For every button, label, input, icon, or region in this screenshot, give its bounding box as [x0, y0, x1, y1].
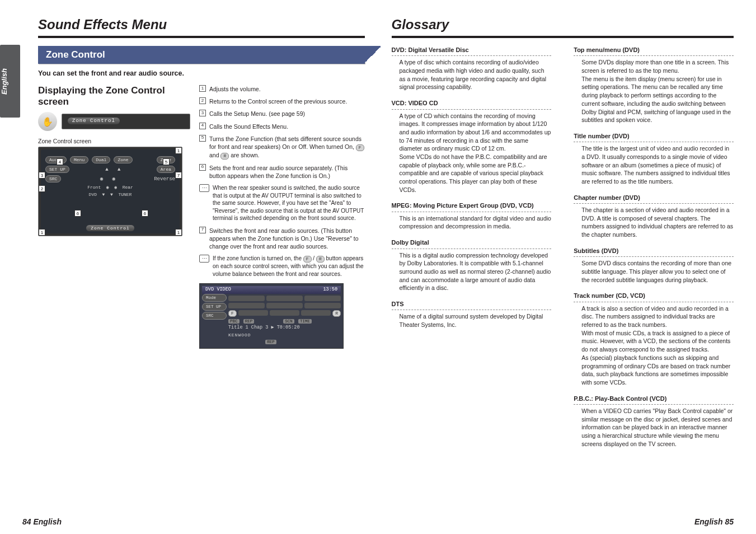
num-6: 6 [199, 164, 206, 171]
num-text-4: Calls the Sound Effects Menu. [209, 123, 365, 130]
reverse-label: Reverse [154, 176, 175, 182]
page-title-left: Sound Effects Menu [38, 17, 365, 32]
zone-header-pill: Zone [114, 156, 132, 163]
num-text-3: Calls the Setup Menu. (see page 59) [209, 110, 365, 118]
r-pill-icon: R [220, 153, 229, 160]
num-2: 2 [199, 97, 206, 104]
note-7-text: If the zone function is turned on, the F… [213, 255, 365, 278]
sub-heading: Displaying the Zone Control screen [38, 85, 190, 107]
list-item: 1Adjusts the volume. [199, 85, 365, 93]
num-text-1: Adjusts the volume. [209, 85, 365, 93]
glossary-definition: When a VIDEO CD carries "Play Back Contr… [581, 407, 734, 448]
f-pill-icon-2: F [303, 256, 312, 263]
list-item: 5Turns the Zone Function (that sets diff… [199, 135, 365, 160]
dvd-video-time: 13:50 [323, 287, 337, 293]
dashed-rule [574, 404, 734, 405]
zc-footer: Zone Control [86, 225, 134, 231]
glossary-term: VCD: VIDEO CD [392, 99, 552, 107]
glossary-term: MPEG: Moving Picture Expert Group (DVD, … [392, 202, 552, 210]
r-pill-icon-2: R [316, 256, 325, 263]
dashed-rule [392, 109, 552, 110]
brand-label: KENWOOD [228, 332, 341, 339]
glossary-term: Chapter number (DVD) [574, 194, 734, 202]
glossary-definition: A type of disc which contains recording … [400, 58, 552, 91]
menu-pill: Menu [70, 156, 88, 163]
dashed-rule [574, 142, 734, 142]
zone-control-screen: Audio Menu Dual Zone Zone SET UP ▲ ▲ Are… [38, 147, 182, 236]
small-screen-title: Zone Control [68, 118, 120, 124]
time-tag: TIME [298, 319, 312, 324]
left-column: Displaying the Zone Control screen ✋ Zon… [38, 85, 190, 349]
glossary-term: Track number (CD, VCD) [574, 292, 734, 300]
screen-label: Zone Control screen [38, 138, 190, 144]
note-6-text: When the rear speaker sound is switched,… [213, 184, 365, 222]
front-label: Front [87, 185, 101, 190]
scn-tag: SCN [283, 319, 294, 324]
callout-1b: 1 [175, 229, 182, 236]
dvd-video-header: DVD VIDEO [205, 287, 231, 293]
glossary-definition: This is a digital audio compression tech… [400, 251, 552, 292]
glossary-definition: Name of a digital surround system develo… [400, 312, 552, 329]
note-icon-2: ⋯ [199, 255, 209, 263]
dvd-video-screen: DVD VIDEO 13:50 Mode SET UP SRC [199, 283, 344, 349]
page-title-right: Glossary [392, 17, 734, 32]
note-icon: ⋯ [199, 184, 209, 192]
dashed-rule [574, 55, 734, 56]
list-item: 4Calls the Sound Effects Menu. [199, 123, 365, 130]
num-text-5: Turns the Zone Function (that sets diffe… [209, 135, 365, 160]
rep-footer-tag: REP [265, 340, 276, 344]
dashed-rule [392, 212, 552, 212]
list-item: 6Sets the front and rear audio source se… [199, 164, 365, 180]
callout-4: 4 [57, 158, 63, 165]
setup-dvd-pill: SET UP [202, 303, 227, 311]
glossary-definition: A track is also a section of video and a… [581, 305, 734, 387]
dashed-rule [392, 249, 552, 249]
left-page: English Sound Effects Menu Zone Control … [0, 0, 378, 534]
section-banner-text: Zone Control [46, 49, 105, 60]
callout-3: 3 [39, 172, 45, 179]
right-page: Glossary DVD: Digital Versatile DiscA ty… [378, 0, 757, 534]
side-tab-label: English [0, 68, 8, 95]
num-text-6: Sets the front and rear audio source sep… [209, 164, 365, 180]
glossary-definition: The title is the largest unit of video a… [581, 144, 734, 185]
glossary-definition: The chapter is a section of video and au… [581, 206, 734, 239]
glossary-term: DTS [392, 300, 552, 308]
list-item: 2Returns to the Control screen of the pr… [199, 97, 365, 105]
dual-pill: Dual [92, 156, 110, 163]
num-text-2: Returns to the Control screen of the pre… [209, 97, 365, 105]
r-balance-icon: R [332, 310, 341, 317]
dashed-rule [574, 302, 734, 302]
area-pill: Area [157, 166, 175, 173]
setup-pill: SET UP [45, 166, 69, 173]
f-pill-icon: F [356, 144, 364, 151]
glossary-definition: A type of CD which contains the recordin… [400, 112, 552, 194]
list-item: 3Calls the Setup Menu. (see page 59) [199, 110, 365, 118]
src-pill: SRC [45, 175, 61, 182]
glossary-col-1: DVD: Digital Versatile DiscA type of dis… [392, 46, 552, 448]
dvd-source-label: DVD [89, 192, 97, 197]
dashed-rule [574, 256, 734, 257]
callout-6b: 6 [142, 210, 148, 217]
num-7: 7 [199, 227, 206, 233]
num-text-7: Switches the front and rear audio source… [209, 227, 365, 251]
title-rule-right [392, 36, 734, 38]
dashed-rule [392, 55, 552, 56]
callout-6: 6 [74, 210, 81, 217]
callout-1c: 1 [39, 229, 45, 236]
dvd-playback-line: Title 1 Chap 3 ▶ T0:05:20 [228, 325, 341, 331]
section-banner: Zone Control [38, 46, 365, 64]
page-number-left: 84 English [22, 517, 62, 526]
src-dvd-pill: SRC [202, 312, 227, 320]
num-5: 5 [199, 135, 206, 142]
glossary-col-2: Top menu/menu (DVD)Some DVDs display mor… [574, 46, 734, 448]
f-balance-icon: F [228, 310, 237, 317]
glossary-definition: Some DVD discs contains the recording of… [581, 259, 734, 284]
callout-7: 7 [175, 172, 182, 179]
glossary-definition: Some DVDs display more than one title in… [581, 58, 734, 124]
lead-text: You can set the front and rear audio sou… [38, 69, 365, 77]
title-rule [38, 36, 365, 38]
num-4: 4 [199, 123, 206, 129]
language-side-tab: English [0, 45, 20, 118]
rep-tag: REP [243, 319, 255, 324]
tuner-source-label: TUNER [118, 192, 132, 197]
